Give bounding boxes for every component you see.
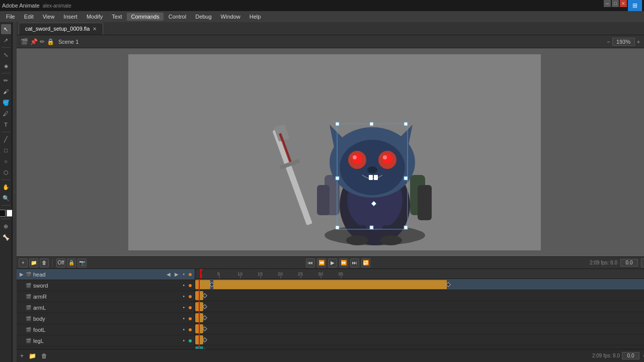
- panel-resize-handle[interactable]: ⋮: [13, 22, 17, 362]
- play-button[interactable]: ▶: [328, 258, 337, 267]
- gradient-tool[interactable]: ◈: [1, 61, 11, 71]
- lock-icon[interactable]: 🔒: [67, 258, 76, 267]
- track-armL[interactable]: [195, 312, 644, 323]
- add-frame-button[interactable]: +: [19, 351, 25, 360]
- timeline-area: + 📁 🗑 Off 🔒 📷 ⏮ ⏪ ▶ ⏩ ⏭ 🔁: [17, 256, 644, 362]
- playback-off-button[interactable]: Off: [56, 258, 65, 267]
- free-transform-tool[interactable]: ⤡: [1, 50, 11, 60]
- pin-icon[interactable]: 📌: [30, 38, 38, 45]
- menu-control[interactable]: Control: [165, 13, 190, 21]
- layer-row-footL[interactable]: ▶ 🎬 footL •: [17, 324, 195, 335]
- svg-rect-81: [203, 315, 207, 319]
- text-tool[interactable]: T: [1, 120, 11, 130]
- new-layer-button[interactable]: +: [19, 258, 28, 267]
- svg-rect-41: [369, 175, 373, 180]
- lock-scene-icon[interactable]: 🔒: [47, 38, 54, 45]
- paint-bucket-tool[interactable]: 🪣: [1, 98, 11, 108]
- file-tab[interactable]: cat_sword_setup_0009.fla ✕: [19, 23, 103, 35]
- poly-tool[interactable]: ⬡: [1, 167, 11, 177]
- brush-tool[interactable]: 🖌: [1, 86, 11, 97]
- menu-file[interactable]: File: [2, 13, 19, 21]
- frame-count-input[interactable]: [620, 259, 638, 266]
- snap-tool[interactable]: ⊕: [1, 221, 11, 231]
- ink-bottle-tool[interactable]: 🖊: [1, 109, 11, 119]
- layer-next-head[interactable]: ▶: [175, 272, 179, 277]
- layer-name-sword: sword: [33, 283, 181, 289]
- pencil-tool[interactable]: ✏: [1, 75, 11, 85]
- svg-text:5: 5: [217, 272, 220, 277]
- settings-icon[interactable]: ⚙: [641, 351, 644, 360]
- svg-point-39: [383, 155, 387, 159]
- layer-row-armR[interactable]: ▶ 🎬 armR •: [17, 291, 195, 302]
- bone-tool[interactable]: 🦴: [1, 232, 11, 242]
- timeline-extra-controls: ⚙: [641, 258, 644, 267]
- track-sword[interactable]: [195, 290, 644, 301]
- svg-rect-75: [446, 282, 450, 286]
- maximize-button[interactable]: □: [612, 0, 619, 7]
- select-tool[interactable]: ↖: [1, 24, 11, 34]
- timeline-header: + 📁 🗑 Off 🔒 📷 ⏮ ⏪ ▶ ⏩ ⏭ 🔁: [17, 257, 644, 269]
- menu-commands[interactable]: Commands: [127, 13, 163, 21]
- track-head[interactable]: [195, 279, 644, 290]
- track-footL[interactable]: [195, 334, 644, 345]
- menu-help[interactable]: Help: [246, 13, 265, 21]
- layer-bullet-armR: •: [183, 294, 185, 299]
- layer-dot-armR: [189, 295, 192, 298]
- frames-tracks: [195, 279, 644, 349]
- stage-canvas: Looping options for Graphics: [128, 54, 541, 250]
- menu-insert[interactable]: Insert: [59, 13, 82, 21]
- zoom-input[interactable]: [612, 38, 635, 46]
- goto-start-button[interactable]: ⏮: [306, 258, 315, 267]
- loop-button[interactable]: 🔁: [361, 258, 370, 267]
- menu-modify[interactable]: Modify: [83, 13, 107, 21]
- goto-end-button[interactable]: ⏭: [350, 258, 359, 267]
- track-legL[interactable]: [195, 345, 644, 349]
- layer-icon-body: 🎬: [26, 316, 31, 321]
- menu-edit[interactable]: Edit: [20, 13, 38, 21]
- new-folder-button[interactable]: 📁: [29, 258, 38, 267]
- layer-row-body[interactable]: ▶ 🎬 body •: [17, 313, 195, 324]
- layer-icon-legL: 🎬: [26, 338, 31, 343]
- timeline-settings-button[interactable]: ⚙: [641, 258, 644, 267]
- layer-dot-sword: [189, 284, 192, 287]
- menu-text[interactable]: Text: [108, 13, 126, 21]
- layer-row-sword[interactable]: ▶ 🎬 sword •: [17, 280, 195, 291]
- step-back-button[interactable]: ⏪: [317, 258, 326, 267]
- subselect-tool[interactable]: ↗: [1, 35, 11, 45]
- zoom-out-icon[interactable]: −: [607, 39, 610, 45]
- layer-row-armL[interactable]: ▶ 🎬 armL •: [17, 302, 195, 313]
- delete-layer-button[interactable]: 🗑: [40, 258, 49, 267]
- file-tab-close-icon[interactable]: ✕: [93, 26, 97, 32]
- track-armR[interactable]: [195, 301, 644, 312]
- tool-divider-1: [2, 47, 11, 48]
- minimize-button[interactable]: ─: [604, 0, 611, 7]
- hand-tool[interactable]: ✋: [1, 182, 11, 192]
- add-folder-button[interactable]: 📁: [27, 351, 38, 360]
- zoom-tool[interactable]: 🔍: [1, 193, 11, 203]
- line-tool[interactable]: ╱: [1, 134, 11, 144]
- layer-row-legL[interactable]: ▶ 🎬 legL •: [17, 335, 195, 346]
- svg-rect-78: [195, 302, 203, 311]
- layer-prev-head[interactable]: ◀: [167, 272, 171, 277]
- stage: Looping options for Graphics: [17, 48, 644, 256]
- oval-tool[interactable]: ○: [1, 156, 11, 166]
- app-title: Adobe Animate: [2, 3, 40, 9]
- delete-frame-button[interactable]: 🗑: [40, 351, 49, 360]
- track-body[interactable]: [195, 323, 644, 334]
- menu-view[interactable]: View: [39, 13, 59, 21]
- menu-debug[interactable]: Debug: [191, 13, 215, 21]
- camera-icon[interactable]: 🎬: [21, 38, 28, 45]
- menu-window[interactable]: Window: [217, 13, 245, 21]
- rect-tool[interactable]: □: [1, 145, 11, 155]
- bottom-frame-input[interactable]: [622, 352, 639, 359]
- zoom-in-icon[interactable]: +: [637, 39, 640, 45]
- svg-rect-76: [195, 291, 203, 300]
- step-forward-button[interactable]: ⏩: [339, 258, 348, 267]
- camera-icon-tl[interactable]: 📷: [77, 258, 87, 267]
- scene-icons: 🎬 📌 ✏ 🔒: [21, 38, 54, 45]
- menu-bar: File Edit View Insert Modify Text Comman…: [0, 11, 644, 22]
- close-button[interactable]: ✕: [620, 0, 627, 7]
- stroke-color-swatch[interactable]: [0, 210, 6, 217]
- edit-scene-icon[interactable]: ✏: [40, 38, 45, 45]
- layer-row-head[interactable]: ▶ 🎬 head ◀ ▶ •: [17, 269, 195, 280]
